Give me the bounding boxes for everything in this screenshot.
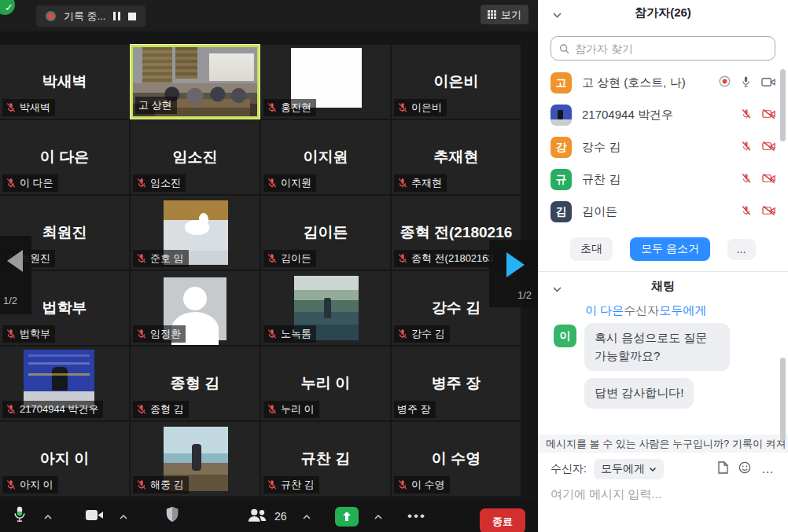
video-tile[interactable]: 해중 김 [131,422,260,496]
participants-scrollbar[interactable] [780,69,786,141]
invite-button[interactable]: 초대 [570,237,613,261]
video-tile[interactable]: 누리 이 누리 이 [261,347,390,420]
chat-sender-line: 이 다은수신자모두에게 [585,303,777,318]
more-options-button[interactable]: ••• [407,508,426,524]
muted-mic-icon [6,404,17,415]
muted-mic-icon [267,253,278,264]
stop-recording-button[interactable] [128,13,136,20]
chat-message-input[interactable] [550,487,775,501]
previous-page-arrow-icon[interactable] [7,250,23,272]
participant-row[interactable]: 규 규찬 김 [538,163,788,196]
video-button[interactable] [85,508,104,525]
file-attach-button[interactable] [718,461,728,477]
participant-row[interactable]: 고 고 상현 (호스트, 나) [538,67,788,99]
muted-mic-icon [397,102,408,113]
muted-mic-icon[interactable] [741,205,752,219]
chat-more-button[interactable]: … [761,462,775,476]
participant-row[interactable]: 21704944 박건우 [538,99,788,131]
participants-button[interactable] [247,508,267,526]
muted-camera-icon[interactable] [762,108,775,123]
camera-icon[interactable] [761,76,775,90]
video-tile[interactable]: 홍진현 [261,45,390,119]
video-tile[interactable]: 추재현 추재현 [392,120,521,194]
video-tile[interactable]: 고 상현 [131,45,260,119]
mute-all-button[interactable]: 모두 음소거 [630,237,710,261]
muted-mic-icon [6,328,17,339]
muted-camera-icon[interactable] [762,173,775,187]
muted-mic-icon [6,178,17,189]
previous-page-control[interactable]: 1/2 [0,236,31,314]
tile-name-text: 김이든 [281,251,311,266]
tile-name-text: 병주 장 [397,402,431,416]
tile-name-text: 고 상현 [138,98,172,112]
collapse-chat-chevron-icon[interactable] [552,282,562,296]
muted-mic-icon [6,404,17,415]
tile-name-label: 강수 김 [394,325,450,343]
tile-name-label: 임소진 [133,174,186,192]
muted-camera-icon[interactable] [762,141,775,155]
gallery-view-icon [488,10,496,19]
muted-mic-icon [136,404,147,415]
chat-scrollbar[interactable] [780,358,786,441]
muted-mic-icon [267,253,278,264]
chevron-down-icon [649,467,657,472]
muted-camera-icon[interactable] [762,205,775,219]
participants-more-button[interactable]: … [727,239,756,260]
tile-name-label: 해중 김 [133,476,189,493]
video-tile[interactable]: 이 수영 이 수영 [392,422,521,496]
participant-row[interactable]: 김 김이든 [538,196,788,228]
video-tile[interactable]: 이 다은 이 다은 [0,120,129,194]
video-tile[interactable]: 이지원 이지원 [261,120,390,194]
tile-name-text: 규찬 김 [281,478,315,492]
video-tile[interactable]: 임소진 임소진 [131,120,260,194]
share-screen-button[interactable] [335,507,359,526]
next-page-control[interactable]: 1/2 [489,240,538,307]
video-tile[interactable]: 이은비 이은비 [392,45,521,119]
participant-list: 고 고 상현 (호스트, 나) 21704944 박건우 [538,67,788,228]
next-page-arrow-icon[interactable] [506,252,525,277]
video-tile[interactable]: 규찬 김 규찬 김 [261,422,390,496]
recipient-dropdown[interactable]: 모두에게 [594,459,664,479]
recipient-dropdown-value: 모두에게 [601,462,645,476]
muted-mic-icon[interactable] [741,108,752,123]
participant-search-input[interactable] [575,42,767,55]
video-options-chevron[interactable] [119,509,128,523]
share-options-chevron[interactable] [374,509,383,523]
collapse-participants-chevron-icon[interactable] [552,8,562,22]
participants-count: 26 [274,510,287,523]
video-tile[interactable]: 박새벽 박새벽 [0,45,129,119]
pause-recording-button[interactable] [113,12,120,20]
video-tile[interactable]: 병주 장 병주 장 [392,347,521,420]
muted-mic-icon [136,253,147,264]
muted-mic-icon[interactable] [741,141,752,155]
chat-bubbles: 혹시 음성으로도 질문 가능할까요?답변 감사합니다! [584,323,730,409]
view-button[interactable]: 보기 [481,5,528,24]
muted-mic-icon[interactable] [741,173,752,187]
emoji-button[interactable] [738,461,751,477]
participant-search[interactable] [550,36,775,61]
video-tile[interactable]: 21704944 박건우 [0,347,129,420]
video-thumbnail [24,350,94,408]
muted-mic-icon [136,479,147,490]
video-tile[interactable]: 임정환 [131,271,260,345]
tile-name-label: 추재현 [394,174,447,192]
video-tile[interactable]: 종형 김 종형 김 [131,347,260,420]
participants-options-chevron[interactable] [302,509,311,523]
tile-name-text: 홍진현 [281,101,311,115]
security-button[interactable] [165,506,179,526]
participant-row[interactable]: 강 강수 김 [538,131,788,163]
end-meeting-button[interactable]: 종료 [480,508,525,532]
video-tile[interactable]: 준호 임 [131,196,260,270]
mute-button[interactable] [13,505,27,528]
video-tile[interactable]: 김이든 김이든 [261,196,390,270]
tile-name-text: 종형 김 [150,402,184,416]
tile-name-text: 법학부 [20,327,50,341]
video-tile[interactable]: 아지 이 아지 이 [0,422,129,496]
security-shield-badge-icon: ✓ [0,0,15,15]
video-tile[interactable]: 노녹톰 [261,271,390,345]
mic-icon[interactable] [741,75,751,91]
avatar: 강 [550,137,572,158]
mute-options-chevron[interactable] [43,509,53,523]
chat-privacy-notice[interactable]: 메시지를 볼 수 있는 사람은 누구입니까? 기록이 켜져 [538,435,788,453]
recording-indicator-icon [719,75,731,90]
